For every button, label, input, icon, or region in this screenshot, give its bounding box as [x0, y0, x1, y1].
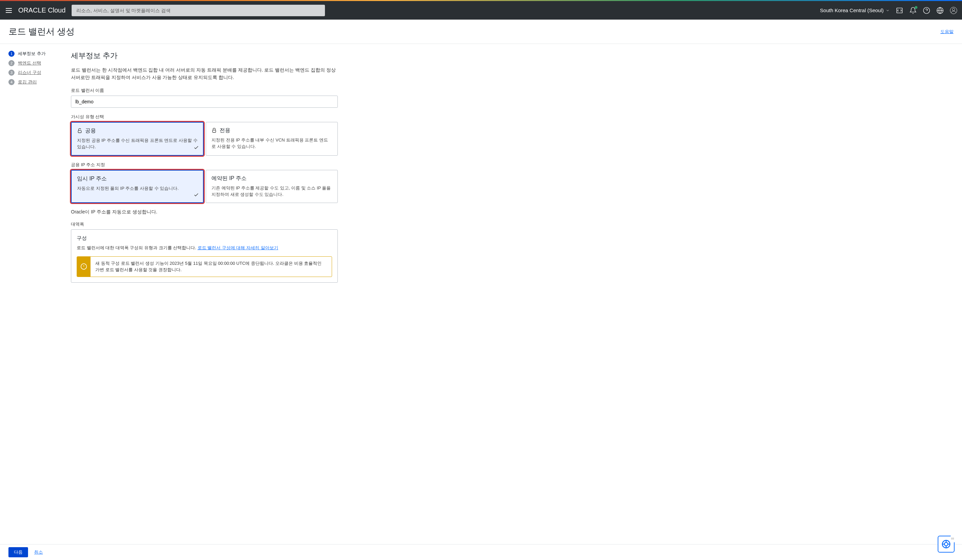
lock-icon: [211, 127, 217, 133]
step-2[interactable]: 2 백엔드 선택: [8, 60, 68, 66]
ip-ephemeral-card[interactable]: 임시 IP 주소 자동으로 지정된 풀의 IP 주소를 사용할 수 있습니다.: [71, 170, 204, 203]
hamburger-menu-icon[interactable]: [5, 6, 13, 15]
unlock-icon: [77, 128, 82, 133]
warning-icon: [77, 257, 90, 277]
region-label: South Korea Central (Seoul): [820, 7, 884, 13]
lb-name-input[interactable]: [71, 95, 338, 108]
card-description: 자동으로 지정된 풀의 IP 주소를 사용할 수 있습니다.: [77, 185, 198, 192]
main-content: 세부정보 추가 로드 밸런서는 한 시작점에서 백엔드 집합 내 여러 서버로의…: [71, 44, 470, 316]
ip-reserved-card[interactable]: 예약된 IP 주소 기존 예약된 IP 주소를 제공할 수도 있고, 이름 및 …: [206, 170, 338, 203]
card-title-text: 임시 IP 주소: [77, 175, 107, 182]
ip-info-text: Oracle이 IP 주소를 자동으로 생성합니다.: [71, 209, 348, 215]
warning-banner: 새 동적 구성 로드 밸런서 생성 기능이 2023년 5월 11일 목요일 0…: [77, 257, 332, 277]
section-description: 로드 밸런서는 한 시작점에서 백엔드 집합 내 여러 서버로의 자동 트래픽 …: [71, 66, 338, 81]
check-icon: [194, 192, 199, 199]
visibility-private-card[interactable]: 전용 지정된 전용 IP 주소를 내부 수신 VCN 트래픽용 프론트 엔드로 …: [206, 122, 338, 156]
step-number: 1: [8, 51, 15, 57]
card-description: 지정된 공용 IP 주소를 수신 트래픽용 프론트 엔드로 사용할 수 있습니다…: [77, 137, 198, 150]
card-title-text: 전용: [220, 127, 230, 134]
svg-rect-11: [213, 131, 216, 133]
ip-label: 공용 IP 주소 지정: [71, 162, 348, 168]
card-description: 기존 예약된 IP 주소를 제공할 수도 있고, 이름 및 소스 IP 풀을 지…: [211, 185, 332, 198]
step-1[interactable]: 1 세부정보 추가: [8, 51, 68, 57]
step-label: 로깅 관리: [18, 79, 37, 85]
oracle-cloud-logo[interactable]: ORACLE Cloud: [18, 6, 66, 14]
svg-point-4: [923, 7, 930, 13]
visibility-label: 가시성 유형 선택: [71, 114, 348, 120]
profile-icon[interactable]: [950, 7, 957, 14]
header: ORACLE Cloud South Korea Central (Seoul): [0, 1, 962, 19]
step-number: 4: [8, 79, 15, 85]
step-3[interactable]: 3 리스너 구성: [8, 69, 68, 76]
region-selector[interactable]: South Korea Central (Seoul): [820, 7, 890, 13]
config-title: 구성: [77, 235, 332, 242]
name-label: 로드 밸런서 이름: [71, 87, 348, 94]
bandwidth-label: 대역폭: [71, 221, 348, 227]
globe-icon[interactable]: [936, 7, 944, 14]
dev-tools-icon[interactable]: [896, 7, 903, 14]
notification-dot: [915, 6, 917, 9]
config-learn-more-link[interactable]: 로드 밸런서 구성에 대해 자세히 알아보기: [198, 245, 278, 250]
step-label: 세부정보 추가: [18, 51, 45, 57]
step-label: 백엔드 선택: [18, 60, 41, 66]
chevron-down-icon: [886, 8, 890, 13]
check-icon: [194, 145, 199, 152]
page-title: 로드 밸런서 생성: [8, 26, 75, 37]
section-title: 세부정보 추가: [71, 51, 348, 61]
svg-point-9: [952, 8, 955, 10]
svg-rect-10: [78, 131, 81, 133]
help-icon[interactable]: [923, 7, 930, 14]
logo-thin: Cloud: [48, 6, 66, 14]
step-number: 2: [8, 60, 15, 66]
card-description: 지정된 전용 IP 주소를 내부 수신 VCN 트래픽용 프론트 엔드로 사용할…: [211, 137, 332, 150]
card-title-text: 예약된 IP 주소: [211, 175, 247, 182]
help-link[interactable]: 도움말: [940, 29, 954, 35]
card-title-text: 공용: [85, 127, 96, 134]
step-number: 3: [8, 69, 15, 76]
warning-text: 새 동적 구성 로드 밸런서 생성 기능이 2023년 5월 11일 목요일 0…: [90, 257, 332, 277]
step-label: 리스너 구성: [18, 69, 41, 76]
logo-bold: ORACLE: [18, 6, 46, 14]
config-description: 로드 밸런서에 대한 대역폭 구성의 유형과 크기를 선택합니다. 로드 밸런서…: [77, 245, 332, 251]
visibility-public-card[interactable]: 공용 지정된 공용 IP 주소를 수신 트래픽용 프론트 엔드로 사용할 수 있…: [71, 122, 204, 156]
search-input[interactable]: [72, 5, 325, 16]
notifications-icon[interactable]: [909, 7, 917, 14]
bandwidth-config-box: 구성 로드 밸런서에 대한 대역폭 구성의 유형과 크기를 선택합니다. 로드 …: [71, 229, 338, 283]
step-4[interactable]: 4 로깅 관리: [8, 79, 68, 85]
wizard-steps-sidebar: 1 세부정보 추가 2 백엔드 선택 3 리스너 구성 4 로깅 관리: [0, 44, 71, 316]
search-bar: [72, 5, 325, 16]
title-bar: 로드 밸런서 생성 도움말: [0, 19, 962, 44]
